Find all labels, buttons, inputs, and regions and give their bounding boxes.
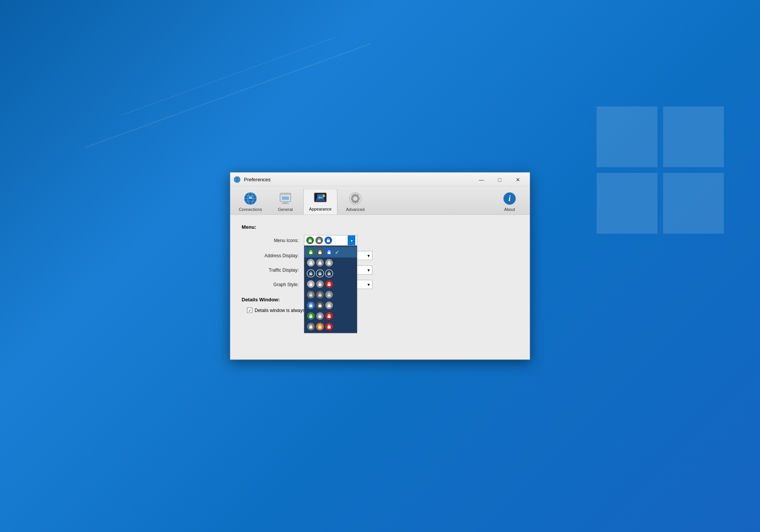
svg-rect-53 [309, 273, 312, 276]
svg-rect-59 [309, 284, 312, 286]
svg-rect-61 [318, 284, 321, 286]
general-icon [279, 192, 292, 206]
svg-rect-87 [328, 326, 331, 329]
svg-rect-75 [328, 305, 331, 307]
tab-connections[interactable]: Connections [233, 189, 268, 215]
address-display-row: Address Display: ▾ [242, 251, 518, 260]
svg-rect-57 [328, 273, 331, 276]
tab-general-label: General [278, 207, 293, 212]
close-button[interactable]: ✕ [509, 174, 527, 185]
content-area: Menu: Menu Icons: [230, 215, 530, 359]
svg-rect-65 [309, 294, 312, 297]
dropdown-option-2[interactable] [304, 258, 357, 268]
details-always-on-top-row: ✓ Details window is always on top [247, 308, 518, 313]
tab-general[interactable]: General [268, 189, 302, 215]
menu-icons-label: Menu Icons: [242, 238, 299, 243]
svg-rect-39 [327, 240, 330, 242]
svg-rect-69 [328, 294, 331, 297]
advanced-icon [348, 192, 362, 206]
menu-icons-dropdown-container: ▾ [304, 235, 357, 246]
svg-rect-49 [318, 263, 321, 265]
tab-about[interactable]: i About [492, 189, 527, 215]
tab-connections-label: Connections [239, 207, 262, 212]
traffic-display-row: Traffic Display: ▾ [242, 266, 518, 275]
svg-rect-51 [328, 263, 331, 265]
dropdown-option-4[interactable] [304, 279, 357, 290]
menu-icons-dropdown-btn[interactable]: ▾ [304, 235, 357, 246]
svg-rect-43 [318, 252, 321, 254]
svg-rect-1 [663, 106, 724, 167]
traffic-display-label: Traffic Display: [242, 268, 299, 273]
svg-point-31 [353, 196, 358, 201]
graph-style-label: Graph Style: [242, 282, 299, 287]
svg-rect-71 [309, 305, 312, 307]
svg-rect-55 [318, 273, 321, 276]
svg-rect-45 [328, 252, 331, 254]
details-window-section: Details Window: ✓ Details window is alwa… [242, 297, 518, 313]
svg-rect-67 [318, 294, 321, 297]
tab-advanced-label: Advanced [346, 207, 365, 212]
dropdown-option-8[interactable] [304, 321, 357, 332]
dropdown-arrow-icon[interactable]: ▾ [348, 236, 355, 245]
graph-style-row: Graph Style: ▾ [242, 280, 518, 289]
svg-rect-77 [309, 316, 312, 318]
preferences-window: Preferences — □ ✕ [230, 173, 530, 360]
svg-rect-14 [249, 197, 252, 199]
dropdown-option-7[interactable] [304, 311, 357, 321]
svg-rect-35 [309, 240, 312, 242]
titlebar: Preferences — □ ✕ [230, 173, 530, 187]
svg-rect-81 [328, 316, 331, 318]
dropdown-option-3[interactable] [304, 268, 357, 279]
toolbar: Connections General [230, 187, 530, 215]
appearance-icon [314, 192, 327, 205]
minimize-button[interactable]: — [473, 174, 490, 185]
selected-icon-preview [306, 236, 347, 245]
tab-about-label: About [504, 207, 515, 212]
tab-appearance-label: Appearance [309, 207, 331, 211]
dropdown-option-1[interactable]: ✓ [304, 247, 357, 258]
svg-rect-63 [328, 284, 331, 286]
menu-icons-row: Menu Icons: [242, 235, 518, 246]
tab-appearance[interactable]: Appearance [303, 189, 337, 215]
svg-rect-73 [318, 305, 321, 307]
details-always-on-top-checkbox[interactable]: ✓ [247, 308, 252, 313]
about-icon: i [503, 192, 516, 206]
address-display-label: Address Display: [242, 253, 299, 258]
maximize-button[interactable]: □ [491, 174, 508, 185]
svg-rect-3 [663, 173, 724, 234]
svg-rect-20 [282, 203, 289, 204]
window-title: Preferences [244, 177, 473, 182]
svg-rect-83 [309, 326, 312, 329]
svg-rect-41 [309, 252, 312, 254]
selected-checkmark: ✓ [335, 249, 339, 255]
svg-rect-2 [597, 173, 657, 234]
svg-rect-37 [318, 240, 321, 242]
connections-icon [244, 192, 257, 206]
svg-rect-18 [280, 193, 291, 195]
svg-text:i: i [508, 194, 511, 203]
window-controls: — □ ✕ [473, 174, 527, 185]
dropdown-option-6[interactable] [304, 300, 357, 311]
svg-rect-85 [318, 326, 321, 329]
details-window-section-title: Details Window: [242, 297, 518, 302]
dropdown-option-5[interactable] [304, 290, 357, 300]
svg-rect-47 [309, 263, 312, 265]
menu-section-title: Menu: [242, 224, 518, 230]
app-icon [233, 176, 241, 183]
tab-advanced[interactable]: Advanced [338, 189, 372, 215]
svg-rect-79 [318, 316, 321, 318]
svg-rect-0 [597, 106, 657, 167]
svg-rect-19 [283, 202, 288, 203]
svg-rect-22 [282, 197, 289, 200]
dropdown-popup: ✓ [304, 246, 357, 333]
